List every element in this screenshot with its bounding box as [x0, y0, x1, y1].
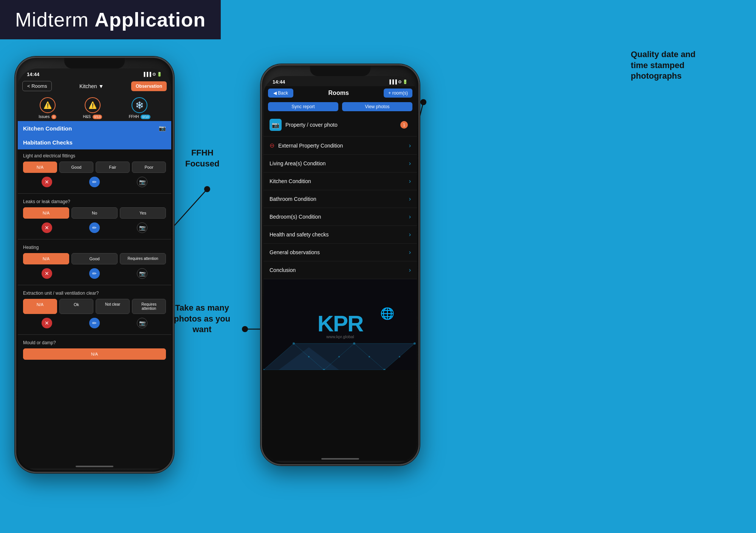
answer-row-leaks: N/A No Yes — [23, 207, 166, 219]
living-label: Living Area(s) Condition — [270, 160, 409, 166]
kitchen-condition-label: Kitchen Condition — [23, 125, 72, 132]
arrow-health: › — [409, 231, 411, 238]
edit-icon-heating[interactable]: ✏ — [89, 268, 100, 279]
action-icons-heating: ✕ ✏ 📷 — [23, 267, 166, 282]
menu-item-bedroom[interactable]: Bedroom(s) Condition › — [263, 208, 417, 226]
edit-icon-extraction[interactable]: ✏ — [89, 318, 100, 328]
menu-item-kitchen[interactable]: Kitchen Condition › — [263, 172, 417, 190]
external-label: External Property Condition — [278, 143, 409, 149]
answer-good-heating[interactable]: Good — [71, 253, 118, 264]
question-extraction: Extraction unit / wall ventilation clear… — [18, 287, 171, 333]
question-extraction-label: Extraction unit / wall ventilation clear… — [23, 291, 166, 296]
question-heating-label: Heating — [23, 245, 166, 250]
answer-notclear-extraction[interactable]: Not clear — [96, 299, 130, 314]
svg-point-28 — [369, 356, 370, 357]
menu-item-bathroom[interactable]: Bathroom Condition › — [263, 190, 417, 208]
add-room-button[interactable]: + room(s) — [384, 89, 412, 98]
camera-icon-light[interactable]: 📷 — [137, 177, 147, 187]
arrow-conclusion: › — [409, 267, 411, 273]
svg-point-26 — [308, 356, 310, 357]
conclusion-label: Conclusion — [270, 267, 409, 273]
hs-icon: ⚠️ — [85, 97, 101, 113]
menu-list: 📷 Property / cover photo 1 ⊖ External Pr… — [263, 113, 417, 279]
answer-no-leaks[interactable]: No — [71, 207, 118, 219]
menu-item-living[interactable]: Living Area(s) Condition › — [263, 155, 417, 172]
answer-row-light: N/A Good Fair Poor — [23, 162, 166, 173]
ffhh-icon-item[interactable]: ❄️ FFHH 0/10 — [129, 97, 150, 119]
action-icons-extraction: ✕ ✏ 📷 — [23, 316, 166, 331]
observation-button[interactable]: Observation — [131, 81, 167, 91]
question-mould-label: Mould or damp? — [23, 340, 166, 345]
edit-icon-light[interactable]: ✏ — [89, 177, 100, 187]
action-icons-leaks: ✕ ✏ 📷 — [23, 221, 166, 236]
delete-icon-extraction[interactable]: ✕ — [42, 318, 52, 328]
arrow-bathroom: › — [409, 196, 411, 202]
svg-point-5 — [420, 99, 426, 105]
kitchen-label-right: Kitchen Condition — [270, 178, 409, 184]
hs-icon-item[interactable]: ⚠️ H&S 0/13 — [83, 97, 102, 119]
status-icons-left: ▐▐▐ ⊙ 🔋 — [143, 72, 163, 77]
habitation-checks-bar[interactable]: Habitation Checks — [18, 135, 171, 149]
answer-fair-light[interactable]: Fair — [96, 162, 130, 173]
ffhh-icon: ❄️ — [132, 97, 147, 113]
camera-icon-kitchen: 📷 — [159, 125, 166, 132]
question-light: Light and electrical fittings N/A Good F… — [18, 149, 171, 192]
rooms-title: Rooms — [328, 90, 349, 96]
answer-row-extraction: N/A Ok Not clear Requires attention — [23, 299, 166, 314]
bedroom-label: Bedroom(s) Condition — [270, 214, 409, 220]
edit-icon-leaks[interactable]: ✏ — [89, 222, 100, 233]
kitchen-label: Kitchen ▼ — [55, 83, 128, 89]
answer-req-heating[interactable]: Requires attention — [120, 253, 166, 264]
answer-row-mould: N/A — [23, 348, 166, 360]
kitchen-condition-bar[interactable]: Kitchen Condition 📷 — [18, 121, 171, 135]
sync-report-button[interactable]: Sync report — [268, 102, 338, 111]
status-bar-left: 14:44 ▐▐▐ ⊙ 🔋 — [18, 68, 171, 79]
menu-item-conclusion[interactable]: Conclusion › — [263, 261, 417, 279]
delete-icon-light[interactable]: ✕ — [42, 177, 52, 187]
back-button[interactable]: ◀ Back — [268, 89, 293, 98]
answer-na-heating[interactable]: N/A — [23, 253, 69, 264]
answer-poor-light[interactable]: Poor — [132, 162, 166, 173]
camera-icon-heating[interactable]: 📷 — [137, 268, 147, 279]
answer-na-leaks[interactable]: N/A — [23, 207, 69, 219]
network-pattern: .net-line { stroke: #1a9fd4; stroke-widt… — [263, 321, 417, 370]
menu-item-general[interactable]: General observations › — [263, 244, 417, 261]
photos-annotation: Take as many photos as you want — [174, 303, 230, 335]
menu-item-external[interactable]: ⊖ External Property Condition › — [263, 137, 417, 155]
answer-ok-extraction[interactable]: Ok — [59, 299, 93, 314]
menu-item-cover-photo[interactable]: 📷 Property / cover photo 1 — [263, 113, 417, 137]
view-photos-button[interactable]: View photos — [342, 102, 412, 111]
icons-row: ⚠️ Issues 0 ⚠️ H&S 0/13 ❄️ FFHH 0/10 — [18, 93, 171, 121]
rooms-button[interactable]: < Rooms — [22, 81, 52, 91]
general-label: General observations — [270, 249, 409, 255]
issues-icon-item[interactable]: ⚠️ Issues 0 — [39, 97, 56, 119]
left-phone: 14:44 ▐▐▐ ⊙ 🔋 < Rooms Kitchen ▼ Observat… — [15, 57, 174, 473]
svg-point-23 — [353, 342, 355, 345]
menu-item-health[interactable]: Health and safety checks › — [263, 226, 417, 244]
delete-icon-leaks[interactable]: ✕ — [42, 222, 52, 233]
answer-req-extraction[interactable]: Requires attention — [132, 299, 166, 314]
camera-icon-leaks[interactable]: 📷 — [137, 222, 147, 233]
svg-line-4 — [420, 102, 423, 117]
svg-point-21 — [293, 342, 295, 345]
delete-icon-heating[interactable]: ✕ — [42, 268, 52, 279]
question-light-label: Light and electrical fittings — [23, 153, 166, 159]
bathroom-label: Bathroom Condition — [270, 196, 409, 202]
arrow-external: › — [409, 142, 411, 149]
answer-yes-leaks[interactable]: Yes — [120, 207, 166, 219]
ffhh-annotation: FFHH Focused — [185, 148, 219, 169]
answer-na-mould[interactable]: N/A — [23, 348, 166, 360]
arrow-living: › — [409, 160, 411, 167]
camera-icon-extraction[interactable]: 📷 — [137, 318, 147, 328]
answer-na-extraction[interactable]: N/A — [23, 299, 57, 314]
cover-photo-label: Property / cover photo — [285, 122, 400, 128]
home-indicator-right — [321, 458, 359, 460]
quality-annotation: Quality date and time stamped photograph… — [631, 49, 696, 82]
arrow-kitchen: › — [409, 178, 411, 185]
health-label: Health and safety checks — [270, 232, 409, 238]
question-heating: Heating N/A Good Requires attention ✕ ✏ … — [18, 241, 171, 283]
answer-na-light[interactable]: N/A — [23, 162, 57, 173]
answer-good-light[interactable]: Good — [59, 162, 93, 173]
minus-icon-external: ⊖ — [270, 142, 274, 149]
header: Midterm Application — [0, 0, 221, 39]
